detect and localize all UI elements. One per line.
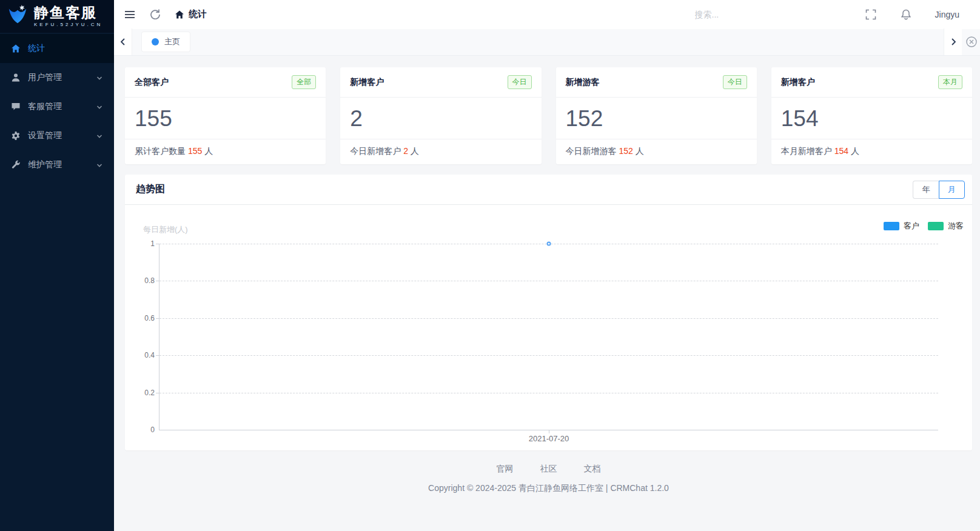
stat-card-total-customers: 全部客户 全部 155 累计客户数量 155 人 [125,67,326,164]
tabs-scroll-left-button[interactable] [114,28,132,55]
logo-bird-icon [6,4,29,29]
card-value: 152 [556,98,757,139]
legend-label: 游客 [948,221,964,232]
x-axis-label: 2021-07-20 [529,434,569,443]
sidebar-item-label: 用户管理 [28,72,96,83]
card-desc-number: 154 [834,146,848,156]
plot-area: 1 0.8 0.6 0.4 0.2 0 2021-07-20 [159,244,938,430]
card-title: 新增客户 [781,77,815,88]
card-value: 154 [771,98,972,139]
card-value: 155 [125,98,326,139]
y-axis-label: 0.2 [128,389,155,397]
y-axis-label: 0.6 [128,314,155,322]
y-axis-label: 0.4 [128,351,155,359]
gridline [159,355,938,356]
card-desc-number: 2 [403,146,408,156]
content: 全部客户 全部 155 累计客户数量 155 人 新增客户 今日 2 今日新增客… [114,56,980,494]
chevron-down-icon [96,161,103,169]
sidebar-item-label: 维护管理 [28,159,96,170]
sidebar-item-service-management[interactable]: 客服管理 [0,92,114,121]
legend-item-visitors[interactable]: 游客 [928,221,964,232]
tab-actions-close-icon[interactable] [962,28,980,55]
sidebar-menu: 统计 用户管理 客服管理 设置管理 [0,33,114,179]
card-title: 新增客户 [350,77,384,88]
x-tick [549,430,549,433]
tab-area: 主页 [132,28,944,55]
card-badge: 今日 [723,75,747,89]
hamburger-menu-icon[interactable] [124,8,136,21]
search-input[interactable] [695,10,798,19]
y-tick [156,318,159,319]
stat-card-new-customers-today: 新增客户 今日 2 今日新增客户 2 人 [340,67,541,164]
trend-chart: 每日新增(人) 客户 游客 [125,205,972,450]
breadcrumb[interactable]: 统计 [175,8,207,20]
trend-panel: 趋势图 年 月 每日新增(人) 客户 游客 [125,175,972,450]
y-axis-title: 每日新增(人) [143,224,188,235]
toggle-year-button[interactable]: 年 [913,181,939,199]
trend-title: 趋势图 [136,183,165,196]
logo-subtitle: KEFU.52JYU.CN [34,22,102,27]
stat-card-new-visitors-today: 新增游客 今日 152 今日新增游客 152 人 [556,67,757,164]
top-bar: 统计 Jingyu [114,0,980,28]
card-badge: 全部 [292,75,316,89]
notification-bell-icon[interactable] [900,8,912,21]
gridline [159,281,938,281]
active-tab-dot [152,38,159,45]
legend-label: 客户 [904,221,919,232]
stat-card-new-customers-month: 新增客户 本月 154 本月新增客户 154 人 [771,67,972,164]
data-point-marker[interactable] [547,242,551,246]
card-description: 今日新增客户 2 人 [340,139,541,164]
tab-home[interactable]: 主页 [142,32,190,52]
y-axis-label: 0.8 [128,276,155,285]
card-description: 本月新增客户 154 人 [771,139,972,164]
stat-cards: 全部客户 全部 155 累计客户数量 155 人 新增客户 今日 2 今日新增客… [125,67,972,164]
card-title: 全部客户 [135,77,169,88]
sidebar-item-settings-management[interactable]: 设置管理 [0,121,114,150]
user-icon [11,73,21,82]
gridline [159,318,938,319]
y-tick [156,393,159,393]
tabs-scroll-right-button[interactable] [944,28,962,55]
gear-icon [11,131,21,141]
app-logo[interactable]: 静鱼客服 KEFU.52JYU.CN [0,0,114,33]
card-desc-number: 152 [619,146,633,156]
sidebar-item-maintenance-management[interactable]: 维护管理 [0,150,114,179]
chat-icon [11,102,21,112]
gridline [159,393,938,393]
footer-link-official-site[interactable]: 官网 [497,464,514,475]
topbar-right: Jingyu [695,8,970,21]
logo-title: 静鱼客服 [34,5,102,20]
y-tick [156,281,159,281]
card-description: 累计客户数量 155 人 [125,139,326,164]
username[interactable]: Jingyu [935,10,959,19]
card-desc-number: 155 [188,146,202,156]
card-value: 2 [340,98,541,139]
period-toggle: 年 月 [913,181,965,199]
y-tick [156,244,159,244]
footer-link-community[interactable]: 社区 [540,464,557,475]
card-title: 新增游客 [566,77,600,88]
chevron-down-icon [96,74,103,81]
tab-label: 主页 [164,36,180,47]
sidebar-item-label: 客服管理 [28,101,96,112]
fullscreen-icon[interactable] [865,8,877,21]
sidebar-item-user-management[interactable]: 用户管理 [0,63,114,92]
toggle-month-button[interactable]: 月 [939,181,965,199]
main-area: 统计 Jingyu 主页 [114,0,980,494]
legend-item-customers[interactable]: 客户 [884,221,919,232]
card-description: 今日新增游客 152 人 [556,139,757,164]
tab-strip: 主页 [114,28,980,56]
legend-swatch-blue [884,222,899,230]
home-icon [11,44,21,53]
footer-link-docs[interactable]: 文档 [584,464,601,475]
sidebar: 静鱼客服 KEFU.52JYU.CN 统计 用户管理 客服管理 [0,0,114,531]
y-axis-label: 0 [128,426,155,434]
card-badge: 今日 [508,75,532,89]
chevron-down-icon [96,103,103,110]
refresh-icon[interactable] [149,8,161,21]
wrench-icon [11,160,21,170]
home-icon [175,10,184,19]
sidebar-item-label: 设置管理 [28,130,96,141]
sidebar-item-statistics[interactable]: 统计 [0,34,114,63]
copyright-text: Copyright © 2024-2025 青白江静鱼网络工作室 | CRMCh… [125,483,972,494]
